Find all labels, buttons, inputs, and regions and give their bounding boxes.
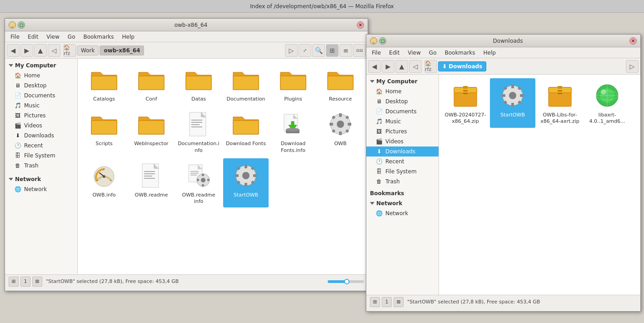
file-download-fonts[interactable]: Download Fonts — [223, 107, 269, 156]
list-view-btn-1[interactable]: ≡ — [339, 44, 352, 57]
resource-folder-icon — [327, 68, 354, 91]
sidebar-pictures-1[interactable]: Pictures — [5, 111, 77, 121]
sidebar-desktop-2[interactable]: Desktop — [366, 96, 439, 106]
menu-file-2[interactable]: File — [368, 49, 384, 57]
minimize-button-2[interactable]: _ — [370, 37, 377, 45]
forward-button-1[interactable]: ▶ — [20, 44, 33, 57]
menu-bookmarks-1[interactable]: Bookmarks — [80, 33, 117, 41]
minimize-button-1[interactable]: _ — [9, 21, 16, 29]
window-1-title: owb-x86_64 — [25, 22, 357, 28]
sidebar-section-my-computer-1[interactable]: My Computer — [5, 61, 77, 71]
statusbar-btn1-1[interactable]: ⊞ — [9, 277, 19, 287]
back-button-1[interactable]: ◀ — [7, 44, 20, 57]
slider-thumb-1[interactable] — [344, 279, 349, 284]
up-button-2[interactable]: ▲ — [395, 60, 408, 73]
sidebar-documents-1[interactable]: Documents — [5, 91, 77, 101]
menu-go-2[interactable]: Go — [425, 49, 440, 57]
sidebar-downloads-1[interactable]: Downloads — [5, 131, 77, 141]
sidebar-recent-2[interactable]: Recent — [366, 156, 439, 167]
file-startowb[interactable]: StartOWB — [223, 158, 269, 208]
menu-file-1[interactable]: File — [7, 33, 23, 41]
close-button-2[interactable]: ✕ — [629, 37, 637, 45]
file-catalogs[interactable]: Catalogs — [81, 62, 127, 105]
file-download-fonts-info[interactable]: Download Fonts.info — [270, 107, 316, 156]
sidebar-downloads-2[interactable]: Downloads — [366, 146, 439, 156]
videos-icon-1 — [14, 122, 21, 129]
menu-go-1[interactable]: Go — [64, 33, 79, 41]
detail-view-btn-1[interactable]: ⊟⊟ — [353, 44, 366, 57]
file-webinspector[interactable]: WebInspector — [129, 107, 174, 156]
file-owb-info[interactable]: OWB.info — [81, 158, 127, 208]
statusbar-btn2-1[interactable]: 1 — [20, 277, 30, 287]
file-documentation-info[interactable]: Documentation.info — [176, 107, 221, 156]
statusbar-btn3-2[interactable]: ⊠ — [394, 297, 404, 307]
sidebar-recent-1[interactable]: Recent — [5, 141, 77, 151]
file-conf[interactable]: Conf — [129, 62, 174, 105]
compress-btn-1[interactable]: ⤢ — [299, 44, 311, 57]
sidebar-section-network-2[interactable]: Network — [366, 198, 439, 208]
file-libaxrt[interactable]: libaxrt-4.0..1_amd6... — [584, 78, 630, 128]
file-owb[interactable]: OWB — [318, 107, 363, 156]
home-breadcrumb-1[interactable]: 🏠 rfz — [63, 44, 76, 57]
sidebar-filesystem-1[interactable]: File System — [5, 151, 77, 161]
search-btn-1[interactable]: 🔍 — [312, 44, 325, 57]
sidebar-trash-1[interactable]: Trash — [5, 161, 77, 171]
owb-zip-icon-wrapper — [451, 81, 480, 110]
menu-view-2[interactable]: View — [404, 49, 424, 57]
file-startowb-2[interactable]: StartOWB — [490, 78, 535, 128]
home-breadcrumb-2[interactable]: 🏠 rfz — [424, 60, 437, 73]
sidebar-trash-2[interactable]: Trash — [366, 177, 439, 187]
file-documentation[interactable]: Documentation — [223, 62, 269, 105]
sidebar-music-2[interactable]: Music — [366, 116, 439, 126]
sidebar-documents-2[interactable]: Documents — [366, 106, 439, 116]
breadcrumb-work-1[interactable]: Work — [77, 45, 99, 56]
nav-right-2[interactable]: ▷ — [626, 60, 639, 73]
file-owb-readme[interactable]: OWB.readme — [129, 158, 174, 208]
sidebar-home-1[interactable]: Home — [5, 71, 77, 81]
file-owb-readme-info[interactable]: OWB.readme info — [176, 158, 221, 208]
sidebar-section-network-1[interactable]: Network — [5, 174, 77, 184]
conf-icon-wrapper — [137, 65, 166, 94]
menu-edit-1[interactable]: Edit — [24, 33, 42, 41]
menu-help-1[interactable]: Help — [119, 33, 138, 41]
maximize-button-1[interactable]: □ — [18, 21, 25, 29]
statusbar-btn1-2[interactable]: ⊞ — [370, 297, 380, 307]
sidebar-pictures-2[interactable]: Pictures — [366, 126, 439, 136]
menu-help-2[interactable]: Help — [480, 49, 499, 57]
sidebar-videos-1[interactable]: Videos — [5, 121, 77, 131]
breadcrumb-owb-1[interactable]: owb-x86_64 — [100, 45, 144, 56]
nav-right-1[interactable]: ▷ — [285, 44, 298, 57]
sidebar-desktop-1[interactable]: Desktop — [5, 81, 77, 91]
sidebar-section-bookmarks-2[interactable]: Bookmarks — [366, 188, 439, 198]
zoom-slider-1[interactable] — [328, 280, 364, 283]
slider-track-1[interactable] — [328, 280, 364, 283]
sidebar-videos-2[interactable]: Videos — [366, 136, 439, 146]
menu-view-1[interactable]: View — [43, 33, 63, 41]
file-datas[interactable]: Datas — [176, 62, 221, 105]
nav-left-1[interactable]: ◁ — [48, 44, 60, 57]
menu-bookmarks-2[interactable]: Bookmarks — [441, 49, 479, 57]
sidebar-filesystem-2[interactable]: File System — [366, 167, 439, 177]
grid-view-btn-1[interactable]: ⊞ — [326, 44, 339, 57]
sidebar-network-2[interactable]: Network — [366, 208, 439, 218]
statusbar-btn2-2[interactable]: 1 — [382, 297, 392, 307]
back-button-2[interactable]: ◀ — [368, 60, 381, 73]
up-button-1[interactable]: ▲ — [34, 44, 47, 57]
breadcrumb-bar-1: 🏠 rfz Work owb-x86_64 — [63, 44, 282, 57]
sidebar-network-1[interactable]: Network — [5, 184, 77, 194]
statusbar-btn3-1[interactable]: ⊠ — [32, 277, 42, 287]
sidebar-section-my-computer-2[interactable]: My Computer — [366, 76, 439, 86]
sidebar-music-1[interactable]: Music — [5, 101, 77, 111]
breadcrumb-downloads-2[interactable]: ⬇ Downloads — [438, 61, 486, 71]
close-button-1[interactable]: ✕ — [357, 21, 364, 29]
sidebar-home-2[interactable]: Home — [366, 86, 439, 96]
nav-left-2[interactable]: ◁ — [409, 60, 422, 73]
maximize-button-2[interactable]: □ — [379, 37, 386, 45]
menu-edit-2[interactable]: Edit — [385, 49, 403, 57]
file-plugins[interactable]: Plugins — [270, 62, 316, 105]
file-owb-libs-zip[interactable]: OWB-Libs-for-x86_64-axrt.zip — [537, 78, 583, 128]
forward-button-2[interactable]: ▶ — [382, 60, 394, 73]
file-owb-zip[interactable]: OWB-20240727-x86_64.zip — [443, 78, 488, 128]
file-scripts[interactable]: Scripts — [81, 107, 127, 156]
file-resource[interactable]: Resource — [318, 62, 363, 105]
